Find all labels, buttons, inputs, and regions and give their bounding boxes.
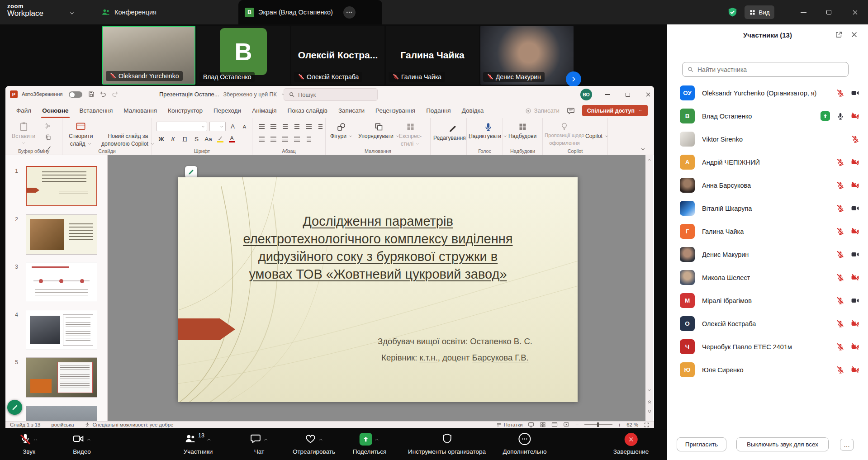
slide-sorter-view-icon[interactable] — [540, 422, 546, 428]
participants-options-caret[interactable] — [206, 437, 212, 442]
menu-file[interactable]: Файл — [11, 103, 37, 118]
accessibility-status[interactable]: Спеціальні можливості: усе добре — [85, 422, 173, 427]
align-right-icon[interactable] — [280, 135, 290, 143]
menu-design[interactable]: Конструктор — [162, 103, 208, 118]
normal-view-icon[interactable] — [528, 422, 534, 428]
dictate-button[interactable]: Надиктувати — [469, 122, 508, 139]
next-slide-icon[interactable] — [647, 409, 652, 414]
account-avatar[interactable]: ВО — [580, 89, 592, 100]
participant-row[interactable]: Денис Макурин — [667, 243, 868, 266]
toolbar-host-tools[interactable]: Инструменты организатора — [408, 433, 486, 455]
participant-search-box[interactable] — [682, 62, 849, 77]
participant-row[interactable]: В Влад Остапенко — [667, 104, 868, 128]
align-left-icon[interactable] — [257, 135, 266, 143]
participant-row[interactable]: М Міралі Ібрагімов — [667, 289, 868, 312]
ppt-search-input[interactable] — [298, 91, 366, 98]
participant-row[interactable]: Ч Чернобук Павло ЕТЕС 2401м — [667, 335, 868, 358]
menu-insert[interactable]: Вставлення — [74, 103, 119, 118]
slide-thumbnail-2[interactable] — [26, 214, 97, 255]
ppt-share-button[interactable]: Спільний доступ — [582, 105, 648, 116]
new-slide-button[interactable]: Створити слайд — [69, 121, 93, 147]
toolbar-audio[interactable]: Звук — [20, 433, 38, 455]
italic-button[interactable]: К — [168, 135, 178, 143]
line-spacing-icon[interactable] — [304, 122, 313, 131]
decrease-indent-icon[interactable] — [280, 122, 290, 131]
menu-animations[interactable]: Анімація — [247, 103, 282, 118]
scroll-down-icon[interactable] — [647, 388, 652, 393]
document-title[interactable]: Презентація Остапе... Збережено у цей ПК — [159, 91, 286, 98]
video-tile-ostapenko[interactable]: B Влад Остапенко — [197, 26, 290, 85]
toolbar-end-meeting[interactable]: Завершение — [613, 433, 649, 455]
participant-row[interactable]: Микола Шелест — [667, 266, 868, 289]
language-indicator[interactable]: російська — [51, 422, 74, 427]
next-participants-button[interactable] — [566, 71, 581, 87]
audio-options-caret[interactable] — [33, 437, 38, 442]
popout-icon[interactable] — [835, 31, 843, 38]
quick-styles-button[interactable]: Експрес- стилі — [399, 122, 422, 147]
editing-button[interactable]: Редагування — [433, 124, 472, 141]
video-tile-kostraba[interactable]: Олексій Костра... Олексій Костраба — [291, 26, 384, 85]
zoom-out-button[interactable]: − — [575, 421, 579, 428]
video-tile-chaika[interactable]: Галина Чайка Галина Чайка — [386, 26, 479, 85]
autosave-toggle[interactable] — [69, 91, 82, 98]
reading-view-icon[interactable] — [551, 422, 558, 428]
window-maximize-button[interactable] — [821, 6, 837, 18]
slideshow-view-icon[interactable] — [563, 422, 569, 428]
close-panel-icon[interactable] — [850, 31, 858, 38]
copilot-button[interactable]: Copilot — [585, 122, 609, 139]
shapes-button[interactable]: Фігури — [330, 122, 353, 139]
slide-scrollbar[interactable] — [645, 155, 653, 421]
scroll-up-icon[interactable] — [647, 157, 652, 162]
footer-more-button[interactable]: … — [840, 439, 854, 451]
participant-row[interactable]: Анна Барсукова — [667, 174, 868, 197]
cut-icon[interactable] — [43, 122, 53, 130]
ppt-search-box[interactable] — [284, 88, 378, 101]
slide[interactable]: Дослідження параметрів електротехнологіч… — [178, 177, 578, 402]
slide-thumbnail-5[interactable] — [26, 357, 97, 398]
undo-icon[interactable] — [100, 90, 107, 98]
design-ideas-button[interactable]: Пропозиції щодо оформлення — [545, 122, 584, 146]
react-options-caret[interactable] — [318, 437, 323, 442]
participant-row[interactable]: Viktor Sirenko — [667, 128, 868, 151]
security-shield-icon[interactable] — [727, 7, 738, 17]
menu-draw[interactable]: Малювання — [118, 103, 162, 118]
participant-row[interactable]: Ю Юля Сиренко — [667, 358, 868, 381]
copilot-new-slide-button[interactable]: Новий слайд за допомогою Copilot — [101, 121, 155, 147]
zoom-annotate-button[interactable] — [7, 400, 22, 415]
video-tile-yurchenko[interactable]: Oleksandr Yurchenko — [102, 26, 195, 85]
workspace-caret-icon[interactable] — [69, 10, 75, 16]
increase-indent-icon[interactable] — [292, 122, 302, 131]
strikethrough-button[interactable]: S — [192, 135, 201, 143]
slide-thumbnail-3[interactable] — [26, 262, 97, 302]
toolbar-video[interactable]: Видео — [72, 433, 91, 455]
toolbar-participants[interactable]: 13 Участники — [184, 433, 213, 455]
numbering-icon[interactable] — [269, 122, 278, 131]
paste-button[interactable]: Вставити — [12, 121, 35, 145]
highlight-color-button[interactable] — [215, 135, 225, 143]
slide-thumbnail-4[interactable] — [26, 310, 97, 350]
window-close-button[interactable] — [847, 6, 863, 18]
toolbar-share[interactable]: Поделиться — [353, 433, 387, 455]
text-direction-icon[interactable] — [316, 122, 325, 131]
menu-transitions[interactable]: Переходи — [208, 103, 247, 118]
grow-font-button[interactable]: А — [228, 122, 237, 131]
participant-row[interactable]: Віталій Шкарупа — [667, 197, 868, 220]
participant-row[interactable]: ОУ Oleksandr Yurchenko (Организатор, я) — [667, 81, 868, 104]
menu-home[interactable]: Основне — [37, 103, 74, 118]
slide-thumbnail-6[interactable] — [26, 406, 97, 421]
copy-icon[interactable] — [43, 133, 53, 142]
zoom-slider[interactable] — [584, 424, 612, 425]
video-options-caret[interactable] — [86, 437, 91, 442]
columns-icon[interactable] — [304, 135, 313, 143]
share-options-caret[interactable] — [374, 437, 379, 442]
window-minimize-button[interactable] — [795, 6, 811, 18]
toolbar-more[interactable]: Дополнительно — [503, 433, 546, 455]
invite-button[interactable]: Пригласить — [677, 437, 726, 451]
tab-screen-share[interactable]: В Экран (Влад Остапенко) — [238, 0, 382, 24]
toolbar-react[interactable]: Отреагировать — [293, 433, 335, 455]
ppt-restore-button[interactable] — [621, 89, 635, 100]
participant-search-input[interactable] — [697, 66, 833, 73]
menu-slideshow[interactable]: Показ слайдів — [282, 103, 332, 118]
mute-all-button[interactable]: Выключить звук для всех — [736, 437, 829, 451]
save-icon[interactable] — [88, 90, 95, 98]
